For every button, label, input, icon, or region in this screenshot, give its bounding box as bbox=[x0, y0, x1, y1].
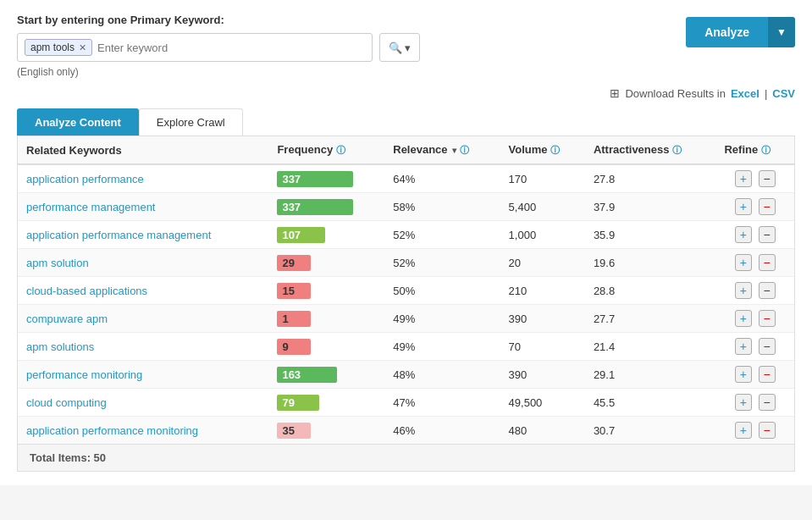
table-row: application performance management 107 5… bbox=[18, 221, 794, 249]
refine-plus-button[interactable]: + bbox=[735, 310, 752, 327]
volume-info-icon[interactable]: ⓘ bbox=[550, 145, 560, 155]
refine-minus-button[interactable]: − bbox=[759, 310, 776, 327]
cell-relevance: 49% bbox=[384, 305, 500, 333]
refine-minus-button[interactable]: − bbox=[759, 394, 776, 411]
refine-minus-button[interactable]: − bbox=[759, 338, 776, 355]
refine-minus-button[interactable]: − bbox=[759, 254, 776, 271]
keyword-link[interactable]: application performance management bbox=[26, 229, 211, 241]
keyword-box[interactable]: apm tools ✕ bbox=[17, 33, 373, 62]
cell-keyword: performance monitoring bbox=[18, 361, 268, 389]
cell-relevance: 49% bbox=[384, 333, 500, 361]
cell-frequency: 337 bbox=[268, 193, 384, 221]
keyword-link[interactable]: apm solution bbox=[26, 257, 89, 269]
refine-minus-button[interactable]: − bbox=[759, 170, 776, 187]
refine-plus-button[interactable]: + bbox=[735, 366, 752, 383]
keyword-link[interactable]: application performance monitoring bbox=[26, 424, 198, 437]
keyword-input-row: apm tools ✕ 🔍 ▾ bbox=[17, 33, 686, 62]
freq-bar-wrapper: 337 bbox=[277, 199, 376, 215]
cell-refine: + − bbox=[715, 333, 794, 361]
keyword-link[interactable]: performance management bbox=[26, 201, 155, 213]
search-button[interactable]: 🔍 ▾ bbox=[379, 33, 420, 62]
table-row: compuware apm 1 49% 390 27.7 + − bbox=[18, 305, 794, 333]
refine-plus-button[interactable]: + bbox=[735, 170, 752, 187]
cell-attractiveness: 27.8 bbox=[585, 164, 716, 193]
table-row: performance monitoring 163 48% 390 29.1 … bbox=[18, 361, 794, 389]
col-related-keywords-label: Related Keywords bbox=[26, 144, 122, 157]
refine-info-icon[interactable]: ⓘ bbox=[761, 145, 771, 155]
keyword-link[interactable]: application performance bbox=[26, 173, 144, 185]
refine-minus-button[interactable]: − bbox=[759, 366, 776, 383]
cell-frequency: 35 bbox=[268, 417, 384, 445]
refine-minus-button[interactable]: − bbox=[759, 226, 776, 243]
keyword-link[interactable]: cloud-based applications bbox=[26, 285, 147, 297]
cell-relevance: 52% bbox=[384, 221, 500, 249]
analyze-button[interactable]: Analyze bbox=[686, 17, 768, 47]
refine-minus-button[interactable]: − bbox=[759, 198, 776, 215]
tab-explore-crawl[interactable]: Explore Crawl bbox=[139, 108, 243, 136]
analyze-dropdown-button[interactable]: ▼ bbox=[768, 17, 795, 47]
cell-relevance: 50% bbox=[384, 277, 500, 305]
keyword-tag-close-icon[interactable]: ✕ bbox=[79, 42, 86, 53]
analyze-btn-group: Analyze ▼ bbox=[686, 17, 795, 47]
keyword-input[interactable] bbox=[97, 41, 365, 54]
refine-plus-button[interactable]: + bbox=[735, 338, 752, 355]
cell-attractiveness: 29.1 bbox=[585, 361, 716, 389]
refine-plus-button[interactable]: + bbox=[735, 282, 752, 299]
cell-frequency: 79 bbox=[268, 389, 384, 417]
download-excel-link[interactable]: Excel bbox=[731, 87, 760, 100]
frequency-bar: 35 bbox=[277, 423, 311, 439]
col-relevance[interactable]: Relevance ▾ ⓘ bbox=[384, 136, 500, 164]
cell-relevance: 46% bbox=[384, 417, 500, 445]
cell-attractiveness: 28.8 bbox=[585, 277, 716, 305]
tab-analyze-content[interactable]: Analyze Content bbox=[17, 108, 139, 136]
col-related-keywords: Related Keywords bbox=[18, 136, 268, 164]
keyword-tag[interactable]: apm tools ✕ bbox=[25, 39, 92, 56]
frequency-bar: 9 bbox=[277, 339, 311, 355]
keyword-tag-text: apm tools bbox=[30, 41, 75, 53]
col-frequency: Frequency ⓘ bbox=[268, 136, 384, 164]
frequency-bar: 107 bbox=[277, 227, 325, 243]
table-header-row: Related Keywords Frequency ⓘ Relevance ▾… bbox=[18, 136, 794, 164]
top-section: Start by entering one Primary Keyword: a… bbox=[17, 14, 795, 78]
table-row: performance management 337 58% 5,400 37.… bbox=[18, 193, 794, 221]
download-csv-link[interactable]: CSV bbox=[772, 87, 795, 100]
cell-refine: + − bbox=[715, 249, 794, 277]
refine-plus-button[interactable]: + bbox=[735, 198, 752, 215]
download-table-icon: ⊞ bbox=[610, 86, 620, 100]
frequency-info-icon[interactable]: ⓘ bbox=[336, 145, 345, 155]
cell-volume: 1,000 bbox=[500, 221, 585, 249]
left-top: Start by entering one Primary Keyword: a… bbox=[17, 14, 686, 78]
cell-volume: 390 bbox=[500, 305, 585, 333]
right-top: Analyze ▼ bbox=[686, 14, 795, 47]
col-attractiveness: Attractiveness ⓘ bbox=[585, 136, 716, 164]
cell-attractiveness: 30.7 bbox=[585, 417, 716, 445]
keyword-link[interactable]: apm solutions bbox=[26, 340, 94, 353]
cell-frequency: 107 bbox=[268, 221, 384, 249]
freq-bar-wrapper: 107 bbox=[277, 227, 376, 243]
cell-attractiveness: 21.4 bbox=[585, 333, 716, 361]
refine-plus-button[interactable]: + bbox=[735, 254, 752, 271]
cell-volume: 480 bbox=[500, 417, 585, 445]
cell-keyword: compuware apm bbox=[18, 305, 268, 333]
freq-bar-wrapper: 35 bbox=[277, 423, 376, 439]
cell-refine: + − bbox=[715, 164, 794, 193]
relevance-info-icon[interactable]: ⓘ bbox=[460, 145, 469, 155]
refine-plus-button[interactable]: + bbox=[735, 394, 752, 411]
refine-plus-button[interactable]: + bbox=[735, 422, 752, 439]
cell-volume: 210 bbox=[500, 277, 585, 305]
english-only-label: (English only) bbox=[17, 66, 686, 78]
keyword-link[interactable]: cloud computing bbox=[26, 396, 107, 409]
keyword-link[interactable]: compuware apm bbox=[26, 313, 108, 325]
table-row: apm solution 29 52% 20 19.6 + − bbox=[18, 249, 794, 277]
refine-minus-button[interactable]: − bbox=[759, 422, 776, 439]
refine-plus-button[interactable]: + bbox=[735, 226, 752, 243]
attractiveness-info-icon[interactable]: ⓘ bbox=[672, 145, 682, 155]
table-row: apm solutions 9 49% 70 21.4 + − bbox=[18, 333, 794, 361]
keyword-link[interactable]: performance monitoring bbox=[26, 368, 142, 381]
cell-keyword: apm solution bbox=[18, 249, 268, 277]
col-refine: Refine ⓘ bbox=[715, 136, 794, 164]
refine-minus-button[interactable]: − bbox=[759, 282, 776, 299]
cell-volume: 20 bbox=[500, 249, 585, 277]
cell-volume: 5,400 bbox=[500, 193, 585, 221]
cell-frequency: 9 bbox=[268, 333, 384, 361]
